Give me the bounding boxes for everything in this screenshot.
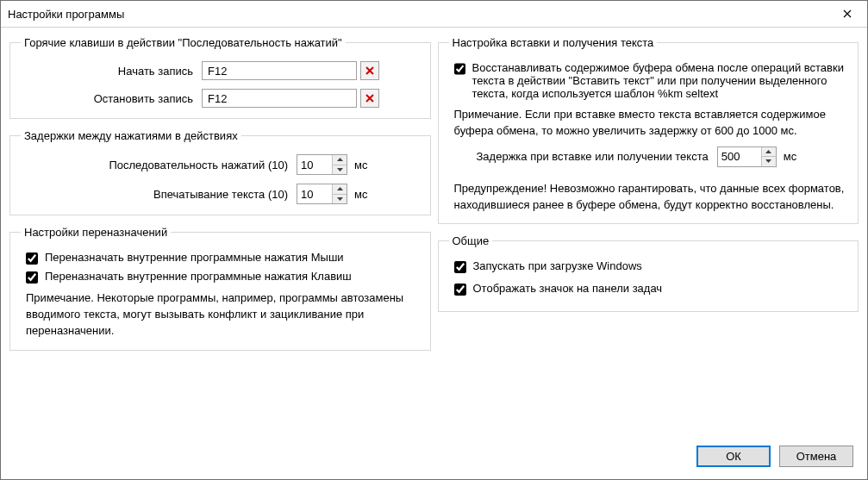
group-general-legend: Общие: [449, 234, 493, 247]
settings-window: Настройки программы Горячие клавиши в де…: [0, 0, 868, 480]
chevron-up-icon: [337, 187, 343, 190]
x-red-icon: [365, 94, 374, 103]
paste-delay-label: Задержка при вставке или получении текст…: [477, 150, 709, 163]
paste-note1: Примечание. Если при вставке вместо текс…: [449, 105, 848, 140]
stop-record-input[interactable]: [202, 89, 357, 108]
close-icon: [843, 9, 852, 18]
chevron-down-icon: [337, 197, 343, 201]
spin-up-button[interactable]: [333, 184, 347, 194]
cancel-button[interactable]: Отмена: [779, 446, 853, 467]
startup-checkbox[interactable]: [454, 261, 466, 273]
start-record-label: Начать запись: [21, 65, 202, 78]
startup-label: Запускать при загрузке Windows: [473, 259, 642, 272]
spin-up-button[interactable]: [762, 147, 776, 157]
type-delay-input[interactable]: [297, 184, 332, 203]
reassign-mouse-checkbox[interactable]: [26, 252, 38, 265]
titlebar: Настройки программы: [1, 1, 867, 28]
reassign-note: Примечание. Некоторые программы, наприме…: [21, 289, 420, 340]
tray-row[interactable]: Отображать значок на панели задач: [449, 282, 848, 296]
group-paste: Настройка вставки и получения текста Вос…: [438, 36, 859, 224]
spin-down-button[interactable]: [333, 165, 347, 175]
reassign-keys-row[interactable]: Переназначать внутренние программные наж…: [21, 270, 420, 284]
content-area: Горячие клавиши в действии "Последовател…: [1, 28, 867, 437]
start-record-input[interactable]: [202, 61, 357, 80]
type-delay-spinner[interactable]: [297, 184, 347, 204]
chevron-down-icon: [765, 159, 771, 163]
unit-ms: мс: [354, 159, 367, 171]
spin-up-button[interactable]: [333, 155, 347, 165]
tray-label: Отображать значок на панели задач: [473, 282, 663, 295]
chevron-up-icon: [765, 150, 771, 153]
paste-delay-unit: мс: [784, 150, 796, 163]
start-record-clear-button[interactable]: [360, 61, 379, 80]
paste-delay-input[interactable]: [718, 147, 761, 166]
group-hotkeys: Горячие клавиши в действии "Последовател…: [9, 36, 431, 119]
tray-checkbox[interactable]: [454, 284, 466, 296]
stop-record-clear-button[interactable]: [360, 89, 379, 108]
reassign-keys-checkbox[interactable]: [26, 271, 38, 284]
reassign-mouse-label: Переназначать внутренние программные наж…: [45, 251, 344, 264]
stop-record-label: Остановить запись: [21, 92, 202, 105]
button-bar: ОК Отмена: [1, 437, 867, 479]
startup-row[interactable]: Запускать при загрузке Windows: [449, 259, 848, 273]
window-title: Настройки программы: [8, 8, 827, 21]
spin-down-button[interactable]: [333, 194, 347, 204]
left-column: Горячие клавиши в действии "Последовател…: [9, 36, 431, 437]
group-paste-legend: Настройка вставки и получения текста: [449, 36, 658, 49]
x-red-icon: [365, 66, 374, 75]
group-hotkeys-legend: Горячие клавиши в действии "Последовател…: [21, 36, 346, 49]
group-delays-legend: Задержки между нажатиями в действиях: [21, 129, 241, 142]
group-reassign-legend: Настройки переназначений: [21, 226, 171, 239]
chevron-down-icon: [337, 168, 343, 171]
seq-delay-label: Последовательность нажатий (10): [21, 159, 297, 171]
reassign-mouse-row[interactable]: Переназначать внутренние программные наж…: [21, 251, 420, 265]
unit-ms: мс: [354, 188, 367, 201]
ok-button[interactable]: ОК: [696, 446, 771, 467]
reassign-keys-label: Переназначать внутренние программные наж…: [45, 270, 352, 283]
paste-warning: Предупреждение! Невозможно гарантировать…: [449, 179, 848, 214]
type-delay-label: Впечатывание текста (10): [21, 188, 297, 201]
restore-clipboard-label: Восстанавливать содержимое буфера обмена…: [472, 61, 848, 100]
group-delays: Задержки между нажатиями в действиях Пос…: [9, 129, 431, 215]
group-reassign: Настройки переназначений Переназначать в…: [9, 226, 431, 351]
seq-delay-input[interactable]: [297, 155, 332, 174]
group-general: Общие Запускать при загрузке Windows Ото…: [438, 234, 859, 312]
close-button[interactable]: [827, 1, 867, 27]
right-column: Настройка вставки и получения текста Вос…: [438, 36, 859, 437]
paste-delay-spinner[interactable]: [717, 146, 777, 167]
restore-clipboard-checkbox[interactable]: [454, 63, 465, 75]
seq-delay-spinner[interactable]: [297, 154, 347, 175]
restore-clipboard-row[interactable]: Восстанавливать содержимое буфера обмена…: [449, 61, 848, 100]
spin-down-button[interactable]: [762, 156, 776, 166]
chevron-up-icon: [337, 158, 343, 161]
